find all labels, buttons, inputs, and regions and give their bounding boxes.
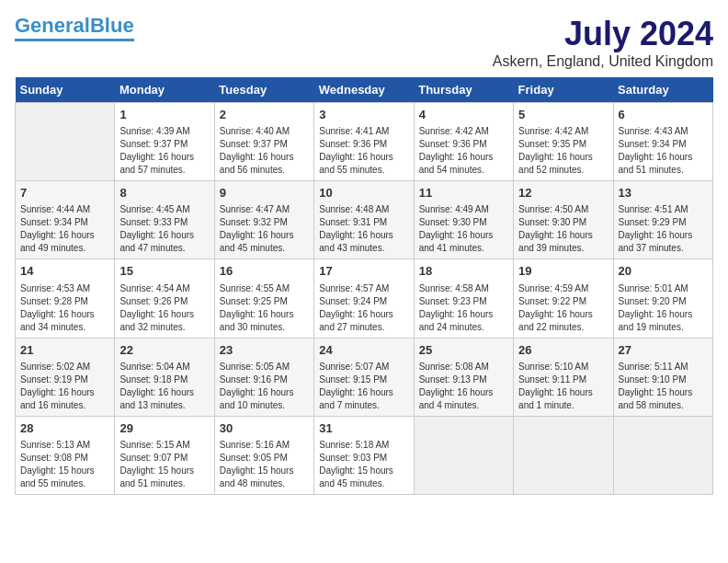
col-saturday: Saturday <box>613 77 712 103</box>
day-number: 6 <box>619 107 708 123</box>
day-info: Sunrise: 5:08 AM Sunset: 9:13 PM Dayligh… <box>419 361 508 412</box>
day-info: Sunrise: 4:43 AM Sunset: 9:34 PM Dayligh… <box>619 125 708 177</box>
day-cell: 9Sunrise: 4:47 AM Sunset: 9:32 PM Daylig… <box>214 181 313 259</box>
day-info: Sunrise: 5:04 AM Sunset: 9:18 PM Dayligh… <box>119 361 209 412</box>
day-number: 17 <box>319 263 408 280</box>
day-info: Sunrise: 4:57 AM Sunset: 9:24 PM Dayligh… <box>319 282 408 334</box>
day-number: 30 <box>220 420 309 437</box>
day-number: 16 <box>220 263 309 280</box>
location: Askern, England, United Kingdom <box>493 53 713 70</box>
day-info: Sunrise: 5:07 AM Sunset: 9:15 PM Dayligh… <box>319 361 408 412</box>
day-number: 24 <box>319 342 408 359</box>
day-info: Sunrise: 5:13 AM Sunset: 9:08 PM Dayligh… <box>20 439 109 490</box>
day-number: 10 <box>319 185 408 201</box>
day-cell <box>16 103 115 181</box>
day-info: Sunrise: 4:54 AM Sunset: 9:26 PM Dayligh… <box>119 282 209 334</box>
week-row-2: 7Sunrise: 4:44 AM Sunset: 9:34 PM Daylig… <box>16 181 713 259</box>
week-row-4: 21Sunrise: 5:02 AM Sunset: 9:19 PM Dayli… <box>16 338 713 416</box>
day-number: 8 <box>119 185 209 201</box>
day-cell: 8Sunrise: 4:45 AM Sunset: 9:33 PM Daylig… <box>115 181 214 259</box>
day-info: Sunrise: 4:55 AM Sunset: 9:25 PM Dayligh… <box>220 282 309 334</box>
week-row-5: 28Sunrise: 5:13 AM Sunset: 9:08 PM Dayli… <box>16 416 713 494</box>
day-cell: 31Sunrise: 5:18 AM Sunset: 9:03 PM Dayli… <box>314 416 414 494</box>
day-info: Sunrise: 4:42 AM Sunset: 9:36 PM Dayligh… <box>419 125 508 177</box>
title-block: July 2024 Askern, England, United Kingdo… <box>493 15 713 70</box>
day-number: 28 <box>20 420 109 437</box>
day-info: Sunrise: 4:50 AM Sunset: 9:30 PM Dayligh… <box>518 203 608 255</box>
day-cell: 23Sunrise: 5:05 AM Sunset: 9:16 PM Dayli… <box>214 338 313 416</box>
day-cell: 15Sunrise: 4:54 AM Sunset: 9:26 PM Dayli… <box>115 259 214 338</box>
logo: GeneralBlue <box>15 15 134 41</box>
day-info: Sunrise: 4:48 AM Sunset: 9:31 PM Dayligh… <box>319 203 408 255</box>
day-info: Sunrise: 5:15 AM Sunset: 9:07 PM Dayligh… <box>119 439 209 490</box>
week-row-1: 1Sunrise: 4:39 AM Sunset: 9:37 PM Daylig… <box>16 103 713 181</box>
day-number: 11 <box>419 185 508 201</box>
day-number: 4 <box>419 107 508 123</box>
day-cell: 19Sunrise: 4:59 AM Sunset: 9:22 PM Dayli… <box>514 259 613 338</box>
day-info: Sunrise: 4:53 AM Sunset: 9:28 PM Dayligh… <box>20 282 109 334</box>
day-cell: 1Sunrise: 4:39 AM Sunset: 9:37 PM Daylig… <box>115 103 214 181</box>
day-info: Sunrise: 4:44 AM Sunset: 9:34 PM Dayligh… <box>20 203 109 255</box>
day-number: 1 <box>119 107 209 123</box>
day-number: 2 <box>220 107 309 123</box>
day-cell: 24Sunrise: 5:07 AM Sunset: 9:15 PM Dayli… <box>314 338 414 416</box>
day-number: 29 <box>119 420 209 437</box>
day-cell: 6Sunrise: 4:43 AM Sunset: 9:34 PM Daylig… <box>613 103 712 181</box>
day-info: Sunrise: 4:40 AM Sunset: 9:37 PM Dayligh… <box>220 125 309 177</box>
day-info: Sunrise: 4:51 AM Sunset: 9:29 PM Dayligh… <box>619 203 708 255</box>
day-cell <box>613 416 712 494</box>
day-number: 3 <box>319 107 408 123</box>
col-thursday: Thursday <box>414 77 513 103</box>
day-number: 18 <box>419 263 508 280</box>
day-cell: 18Sunrise: 4:58 AM Sunset: 9:23 PM Dayli… <box>414 259 513 338</box>
day-cell: 10Sunrise: 4:48 AM Sunset: 9:31 PM Dayli… <box>314 181 414 259</box>
day-info: Sunrise: 4:47 AM Sunset: 9:32 PM Dayligh… <box>220 203 309 255</box>
day-cell: 7Sunrise: 4:44 AM Sunset: 9:34 PM Daylig… <box>16 181 115 259</box>
day-cell: 26Sunrise: 5:10 AM Sunset: 9:11 PM Dayli… <box>514 338 613 416</box>
day-number: 21 <box>20 342 109 359</box>
logo-general: General <box>15 14 90 37</box>
day-cell: 30Sunrise: 5:16 AM Sunset: 9:05 PM Dayli… <box>214 416 313 494</box>
col-friday: Friday <box>514 77 613 103</box>
day-number: 25 <box>419 342 508 359</box>
day-number: 31 <box>319 420 408 437</box>
day-cell: 14Sunrise: 4:53 AM Sunset: 9:28 PM Dayli… <box>16 259 115 338</box>
day-cell: 16Sunrise: 4:55 AM Sunset: 9:25 PM Dayli… <box>214 259 313 338</box>
day-cell: 20Sunrise: 5:01 AM Sunset: 9:20 PM Dayli… <box>613 259 712 338</box>
day-number: 12 <box>518 185 608 201</box>
day-number: 26 <box>518 342 608 359</box>
day-cell: 11Sunrise: 4:49 AM Sunset: 9:30 PM Dayli… <box>414 181 513 259</box>
logo-underline <box>15 39 134 41</box>
day-info: Sunrise: 4:58 AM Sunset: 9:23 PM Dayligh… <box>419 282 508 334</box>
col-sunday: Sunday <box>16 77 115 103</box>
day-cell: 17Sunrise: 4:57 AM Sunset: 9:24 PM Dayli… <box>314 259 414 338</box>
day-number: 5 <box>518 107 608 123</box>
month-title: July 2024 <box>493 15 713 53</box>
day-info: Sunrise: 5:11 AM Sunset: 9:10 PM Dayligh… <box>619 361 708 412</box>
col-wednesday: Wednesday <box>314 77 414 103</box>
logo-blue: Blue <box>90 14 134 37</box>
calendar-table: SundayMondayTuesdayWednesdayThursdayFrid… <box>15 77 713 495</box>
day-number: 22 <box>119 342 209 359</box>
day-info: Sunrise: 4:49 AM Sunset: 9:30 PM Dayligh… <box>419 203 508 255</box>
page-header: GeneralBlue July 2024 Askern, England, U… <box>15 15 713 70</box>
day-number: 15 <box>119 263 209 280</box>
day-cell: 25Sunrise: 5:08 AM Sunset: 9:13 PM Dayli… <box>414 338 513 416</box>
day-info: Sunrise: 5:01 AM Sunset: 9:20 PM Dayligh… <box>619 282 708 334</box>
day-info: Sunrise: 5:10 AM Sunset: 9:11 PM Dayligh… <box>518 361 608 412</box>
day-number: 23 <box>220 342 309 359</box>
day-number: 19 <box>518 263 608 280</box>
col-tuesday: Tuesday <box>214 77 313 103</box>
day-info: Sunrise: 4:59 AM Sunset: 9:22 PM Dayligh… <box>518 282 608 334</box>
day-number: 14 <box>20 263 109 280</box>
day-info: Sunrise: 5:16 AM Sunset: 9:05 PM Dayligh… <box>220 439 309 490</box>
day-cell: 28Sunrise: 5:13 AM Sunset: 9:08 PM Dayli… <box>16 416 115 494</box>
day-cell: 5Sunrise: 4:42 AM Sunset: 9:35 PM Daylig… <box>514 103 613 181</box>
day-info: Sunrise: 4:41 AM Sunset: 9:36 PM Dayligh… <box>319 125 408 177</box>
day-info: Sunrise: 4:39 AM Sunset: 9:37 PM Dayligh… <box>119 125 209 177</box>
day-info: Sunrise: 4:45 AM Sunset: 9:33 PM Dayligh… <box>119 203 209 255</box>
day-cell: 13Sunrise: 4:51 AM Sunset: 9:29 PM Dayli… <box>613 181 712 259</box>
day-number: 7 <box>20 185 109 201</box>
day-cell: 4Sunrise: 4:42 AM Sunset: 9:36 PM Daylig… <box>414 103 513 181</box>
col-monday: Monday <box>115 77 214 103</box>
